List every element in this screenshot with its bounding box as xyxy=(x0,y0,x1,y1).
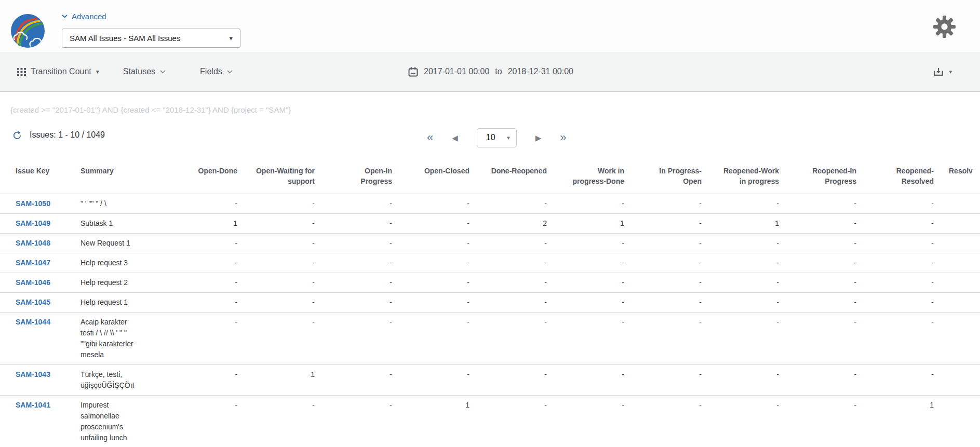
table-row: SAM-1050" ' "" " / \---------- xyxy=(0,194,980,214)
issue-key-link[interactable]: SAM-1049 xyxy=(16,219,50,227)
transition-count-cell: - xyxy=(781,365,858,396)
transition-count-cell: - xyxy=(317,313,394,365)
transition-count-cell: - xyxy=(472,194,549,214)
issue-key-link[interactable]: SAM-1044 xyxy=(16,318,50,326)
caret-down-icon: ▾ xyxy=(229,35,233,42)
saved-filter-select[interactable]: SAM All Issues - SAM All Issues ▾ xyxy=(62,29,240,48)
last-page-button[interactable]: » xyxy=(560,132,566,143)
issue-key-link[interactable]: SAM-1050 xyxy=(16,199,50,208)
issue-summary: Türkçe, testi, üğişçöÜĞİŞÇÖıI xyxy=(80,369,136,391)
transition-count-cell: - xyxy=(317,214,394,234)
column-header: Open-Waiting for support xyxy=(239,161,317,194)
issue-key-link[interactable]: SAM-1043 xyxy=(16,370,50,378)
transition-count-cell: - xyxy=(549,313,626,365)
transition-count-cell: - xyxy=(626,396,704,447)
advanced-toggle[interactable]: Advanced xyxy=(62,12,106,21)
issue-key-link[interactable]: SAM-1046 xyxy=(16,278,50,287)
fields-label: Fields xyxy=(200,67,222,76)
table-row: SAM-1045Help request 1---------- xyxy=(0,293,980,313)
transition-count-cell: - xyxy=(317,365,394,396)
clipped-cell xyxy=(936,313,980,365)
issue-key-link[interactable]: SAM-1045 xyxy=(16,298,50,306)
transition-count-cell: - xyxy=(781,234,858,253)
transition-count-cell: - xyxy=(704,273,781,293)
transition-count-cell: - xyxy=(162,194,239,214)
issues-count: Issues: 1 - 10 / 1049 xyxy=(30,130,105,140)
transition-count-cell: - xyxy=(162,313,239,365)
transition-count-cell: - xyxy=(162,396,239,447)
transition-count-cell: - xyxy=(858,365,936,396)
caret-down-icon: ▾ xyxy=(96,69,99,75)
transition-count-cell: - xyxy=(781,313,858,365)
transition-count-cell: - xyxy=(394,234,472,253)
transition-count-cell: - xyxy=(317,234,394,253)
transition-count-cell: 2 xyxy=(472,214,549,234)
first-page-button[interactable]: « xyxy=(427,132,433,143)
transition-count-cell: - xyxy=(781,253,858,273)
query-row: {created >= "2017-01-01"} AND {created <… xyxy=(0,92,980,115)
transition-count-cell: - xyxy=(781,214,858,234)
transition-count-cell: - xyxy=(704,253,781,273)
transition-count-cell: 1 xyxy=(858,396,936,447)
transition-count-cell: - xyxy=(858,273,936,293)
page-size-value: 10 xyxy=(486,133,495,142)
issue-key-link[interactable]: SAM-1041 xyxy=(16,401,50,409)
transition-count-cell: - xyxy=(162,293,239,313)
transition-count-cell: 1 xyxy=(394,396,472,447)
table-row: SAM-1046Help request 2---------- xyxy=(0,273,980,293)
transition-count-cell: - xyxy=(239,293,317,313)
transition-count-cell: - xyxy=(781,293,858,313)
transition-count-cell: - xyxy=(626,365,704,396)
transition-count-cell: - xyxy=(162,273,239,293)
chevron-down-icon xyxy=(160,70,166,74)
column-header: Done-Reopened xyxy=(472,161,549,194)
chevron-down-icon xyxy=(227,70,233,74)
transition-count-cell: - xyxy=(858,234,936,253)
transition-count-cell: - xyxy=(472,396,549,447)
table-row: SAM-1048New Request 1---------- xyxy=(0,234,980,253)
next-page-button[interactable]: ▶ xyxy=(535,134,542,142)
transition-count-cell: - xyxy=(394,273,472,293)
issue-summary: Acaip karakter testi / \ // \\ ' " " ""g… xyxy=(80,317,136,360)
export-button[interactable]: ▾ xyxy=(933,52,952,91)
transition-count-cell: - xyxy=(317,253,394,273)
issues-table-wrap: Issue KeySummaryOpen-DoneOpen-Waiting fo… xyxy=(0,161,980,447)
metric-dropdown[interactable]: Transition Count ▾ xyxy=(17,67,99,76)
clipped-cell xyxy=(936,273,980,293)
results-row: Issues: 1 - 10 / 1049 « ◀ 10 ▾ ▶ » xyxy=(0,126,980,149)
transition-count-cell: - xyxy=(549,273,626,293)
issue-key-link[interactable]: SAM-1047 xyxy=(16,259,50,267)
page-size-select[interactable]: 10 ▾ xyxy=(477,128,517,147)
transition-count-cell: - xyxy=(858,313,936,365)
transition-count-cell: - xyxy=(858,194,936,214)
column-header: Work in progress-Done xyxy=(549,161,626,194)
transition-count-cell: - xyxy=(472,273,549,293)
settings-button[interactable] xyxy=(933,15,956,40)
transition-count-cell: - xyxy=(781,396,858,447)
refresh-button[interactable] xyxy=(12,131,22,140)
issue-summary: Impurest salmonellae proscenium's unfail… xyxy=(80,400,136,443)
transition-count-cell: - xyxy=(239,396,317,447)
transition-count-cell: - xyxy=(239,214,317,234)
transition-count-cell: - xyxy=(239,313,317,365)
fields-dropdown[interactable]: Fields xyxy=(200,67,233,76)
transition-count-cell: - xyxy=(626,253,704,273)
issue-key-link[interactable]: SAM-1048 xyxy=(16,239,50,247)
caret-down-icon: ▾ xyxy=(507,134,510,141)
transition-count-cell: - xyxy=(239,273,317,293)
date-range-picker[interactable]: 2017-01-01 00:00 to 2018-12-31 00:00 xyxy=(408,52,573,91)
transition-count-cell: - xyxy=(549,365,626,396)
transition-count-cell: - xyxy=(472,313,549,365)
transition-count-cell: - xyxy=(858,253,936,273)
transition-count-cell: - xyxy=(626,214,704,234)
clipped-cell xyxy=(936,234,980,253)
transition-count-cell: - xyxy=(162,365,239,396)
pagination: « ◀ 10 ▾ ▶ » xyxy=(427,126,567,149)
refresh-icon xyxy=(12,131,22,140)
transition-count-cell: - xyxy=(858,293,936,313)
transition-count-cell: - xyxy=(781,194,858,214)
statuses-dropdown[interactable]: Statuses xyxy=(123,67,166,76)
previous-page-button[interactable]: ◀ xyxy=(452,134,458,142)
chevron-down-icon xyxy=(62,15,68,18)
issue-summary: Subtask 1 xyxy=(80,218,136,229)
